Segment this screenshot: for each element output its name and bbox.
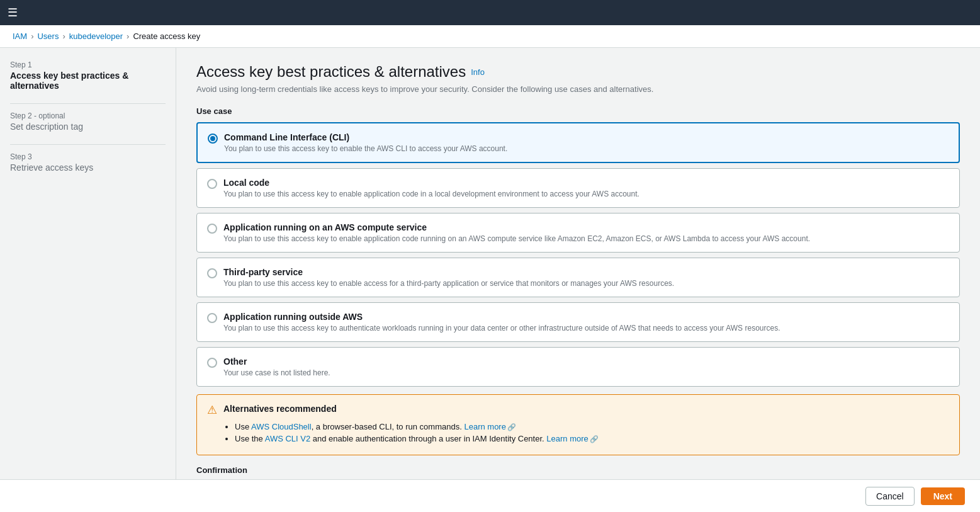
use-case-outside-aws-desc: You plan to use this access key to authe… [223,324,780,333]
menu-icon[interactable]: ☰ [8,6,18,20]
use-case-other-desc: Your use case is not listed here. [223,368,330,377]
step-3-title: Retrieve access keys [10,162,166,173]
breadcrumb-users[interactable]: Users [37,31,59,41]
use-case-cli-desc: You plan to use this access key to enabl… [224,144,507,153]
use-case-local-code[interactable]: Local code You plan to use this access k… [196,168,960,208]
use-case-aws-compute[interactable]: Application running on an AWS compute se… [196,213,960,253]
radio-cli[interactable] [208,134,218,144]
use-case-third-party-desc: You plan to use this access key to enabl… [223,279,674,288]
main-layout: Step 1 Access key best practices & alter… [0,48,980,479]
warning-icon: ⚠ [207,403,217,417]
use-case-local-code-desc: You plan to use this access key to enabl… [223,190,639,198]
cloudshell-link[interactable]: AWS CloudShell [251,422,312,431]
learn-more-2[interactable]: Learn more🔗 [546,434,598,443]
breadcrumb-current: Create access key [133,31,200,41]
use-case-outside-aws-title: Application running outside AWS [223,312,780,322]
divider-1 [10,103,166,104]
use-case-other-title: Other [223,356,330,367]
sidebar-step-1: Step 1 Access key best practices & alter… [10,60,166,91]
breadcrumb-iam[interactable]: IAM [13,31,27,41]
use-case-third-party-title: Third-party service [223,267,674,277]
breadcrumb-sep-2: › [62,31,65,41]
learn-more-1[interactable]: Learn more🔗 [464,422,515,431]
radio-other[interactable] [207,358,217,368]
use-case-label: Use case [196,106,960,116]
confirmation-label: Confirmation [196,465,960,475]
warning-box: ⚠ Alternatives recommended Use AWS Cloud… [196,394,960,455]
breadcrumb-kubedeveloper[interactable]: kubedeveloper [69,31,123,41]
sidebar-step-3: Step 3 Retrieve access keys [10,152,166,173]
step-3-label: Step 3 [10,152,166,161]
use-case-cli[interactable]: Command Line Interface (CLI) You plan to… [196,122,960,163]
radio-aws-compute[interactable] [207,224,217,234]
use-case-aws-compute-title: Application running on an AWS compute se… [223,222,810,232]
page-title: Access key best practices & alternatives [196,63,466,81]
sidebar-step-2: Step 2 - optional Set description tag [10,111,166,132]
content-area: Access key best practices & alternatives… [176,48,980,479]
use-case-local-code-title: Local code [223,178,639,188]
breadcrumb-sep-3: › [127,31,129,41]
radio-outside-aws[interactable] [207,313,217,323]
warning-item-2: Use the AWS CLI V2 and enable authentica… [235,434,949,443]
cancel-button[interactable]: Cancel [865,487,915,506]
divider-2 [10,144,166,145]
step-2-title: Set description tag [10,122,166,132]
use-case-aws-compute-desc: You plan to use this access key to enabl… [223,234,810,243]
step-1-label: Step 1 [10,60,166,69]
page-subtitle: Avoid using long-term credentials like a… [196,84,960,94]
aws-cli-v2-link[interactable]: AWS CLI V2 [265,434,310,443]
breadcrumb: IAM › Users › kubedeveloper › Create acc… [0,25,980,48]
radio-local-code[interactable] [207,179,217,189]
info-link[interactable]: Info [471,67,485,77]
step-2-label: Step 2 - optional [10,111,166,120]
breadcrumb-sep-1: › [31,31,33,41]
use-case-third-party[interactable]: Third-party service You plan to use this… [196,258,960,297]
use-case-cli-title: Command Line Interface (CLI) [224,132,507,142]
external-icon-1: 🔗 [507,423,516,431]
warning-body: Use AWS CloudShell, a browser-based CLI,… [207,422,949,443]
external-icon-2: 🔗 [590,435,599,443]
warning-title: Alternatives recommended [223,404,337,414]
use-case-outside-aws[interactable]: Application running outside AWS You plan… [196,302,960,342]
sidebar: Step 1 Access key best practices & alter… [0,48,176,479]
top-bar: ☰ [0,0,980,25]
use-case-other[interactable]: Other Your use case is not listed here. [196,347,960,387]
step-1-title: Access key best practices & alternatives [10,71,166,91]
next-button[interactable]: Next [921,487,965,505]
confirmation-section: Confirmation I understand the above reco… [196,465,960,479]
radio-third-party[interactable] [207,268,217,278]
page-title-row: Access key best practices & alternatives… [196,63,960,81]
warning-item-1: Use AWS CloudShell, a browser-based CLI,… [235,422,949,431]
footer: Cancel Next [0,479,980,512]
